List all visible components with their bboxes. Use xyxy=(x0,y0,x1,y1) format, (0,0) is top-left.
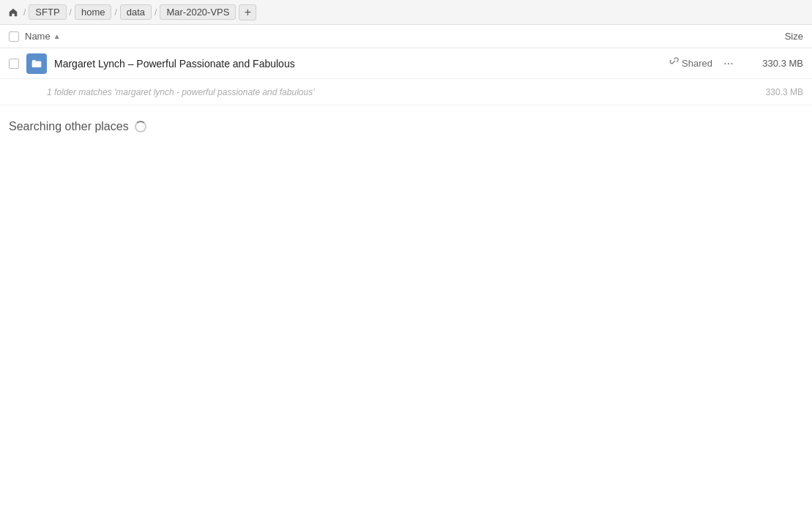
header-checkbox[interactable] xyxy=(9,31,25,42)
breadcrumb-item-mar2020vps[interactable]: Mar-2020-VPS xyxy=(160,4,236,20)
file-size: 330.3 MB xyxy=(745,58,803,69)
searching-label: Searching other places xyxy=(9,120,129,133)
searching-section: Searching other places xyxy=(0,105,812,139)
match-info-row: 1 folder matches 'margaret lynch - power… xyxy=(0,79,812,105)
link-icon xyxy=(668,57,679,70)
breadcrumb-sep-3: / xyxy=(153,7,158,18)
row-checkbox[interactable] xyxy=(9,59,25,69)
column-header: Name ▲ Size xyxy=(0,25,812,48)
shared-badge: Shared xyxy=(668,57,712,70)
breadcrumb-bar: / SFTP / home / data / Mar-2020-VPS + xyxy=(0,0,812,25)
breadcrumb-item-home[interactable]: home xyxy=(75,4,112,20)
breadcrumb-sep-1: / xyxy=(68,7,73,18)
breadcrumb-home-icon[interactable] xyxy=(6,5,21,20)
sort-arrow-icon: ▲ xyxy=(53,32,61,40)
breadcrumb-item-data[interactable]: data xyxy=(120,4,152,20)
loading-spinner xyxy=(135,121,146,132)
name-column-header[interactable]: Name ▲ xyxy=(25,31,737,42)
file-icon-wrap xyxy=(25,52,48,75)
file-name: Margaret Lynch – Powerful Passionate and… xyxy=(54,58,668,70)
size-column-header: Size xyxy=(737,31,803,42)
match-text: 1 folder matches 'margaret lynch - power… xyxy=(47,87,745,97)
file-checkbox[interactable] xyxy=(9,59,19,69)
breadcrumb-add-button[interactable]: + xyxy=(239,4,256,20)
file-badges: Shared xyxy=(668,57,712,70)
match-size: 330.3 MB xyxy=(745,87,803,97)
breadcrumb-sep-0: / xyxy=(22,7,27,18)
table-row[interactable]: Margaret Lynch – Powerful Passionate and… xyxy=(0,48,812,79)
breadcrumb-item-sftp[interactable]: SFTP xyxy=(29,4,66,20)
folder-icon xyxy=(26,53,47,74)
breadcrumb-sep-2: / xyxy=(113,7,118,18)
select-all-checkbox[interactable] xyxy=(9,31,19,42)
more-options-button[interactable]: ··· xyxy=(718,53,739,74)
